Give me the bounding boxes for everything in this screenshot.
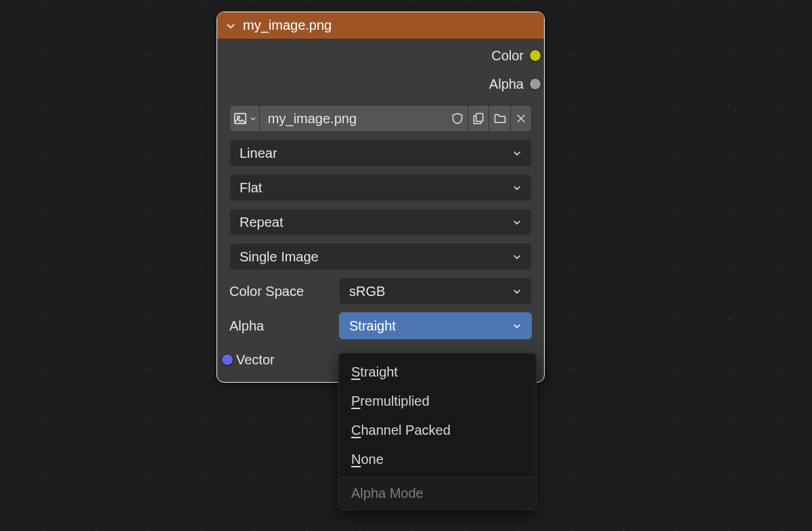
new-image-button[interactable] bbox=[468, 105, 489, 132]
dropdown-footer: Alpha Mode bbox=[339, 477, 536, 509]
close-icon bbox=[515, 112, 527, 125]
color-space-select[interactable]: sRGB bbox=[339, 278, 532, 305]
projection-select[interactable]: Flat bbox=[229, 174, 532, 201]
chevron-down-icon bbox=[512, 183, 522, 192]
svg-rect-2 bbox=[476, 114, 483, 122]
socket-vector[interactable] bbox=[221, 354, 233, 366]
projection-value: Flat bbox=[240, 180, 262, 196]
chevron-down-icon bbox=[512, 217, 522, 227]
output-alpha[interactable]: Alpha bbox=[228, 74, 533, 94]
chevron-down-icon bbox=[512, 252, 522, 261]
fake-user-button[interactable] bbox=[447, 105, 468, 132]
image-datablock-row bbox=[229, 105, 532, 132]
open-image-button[interactable] bbox=[489, 105, 510, 132]
output-color-label: Color bbox=[491, 48, 524, 64]
source-select[interactable]: Single Image bbox=[229, 243, 532, 270]
color-space-value: sRGB bbox=[349, 284, 385, 299]
collapse-icon bbox=[225, 20, 236, 31]
image-name-field[interactable] bbox=[260, 105, 447, 132]
chevron-down-icon bbox=[512, 321, 522, 331]
source-value: Single Image bbox=[240, 249, 319, 265]
color-space-label: Color Space bbox=[229, 284, 331, 299]
extension-value: Repeat bbox=[240, 215, 284, 230]
socket-alpha[interactable] bbox=[529, 78, 541, 90]
svg-point-1 bbox=[237, 116, 240, 119]
chevron-down-icon bbox=[512, 148, 522, 158]
node-body: Linear Flat Repeat Single Image Color Sp… bbox=[217, 98, 544, 382]
dropdown-option-none[interactable]: None bbox=[339, 445, 536, 474]
output-color[interactable]: Color bbox=[228, 45, 533, 66]
copy-icon bbox=[472, 111, 485, 126]
alpha-mode-value: Straight bbox=[349, 318, 396, 334]
interpolation-value: Linear bbox=[240, 146, 277, 161]
chevron-down-icon bbox=[250, 115, 256, 122]
node-outputs: Color Alpha bbox=[217, 39, 544, 98]
dropdown-option-straight[interactable]: Straight bbox=[339, 358, 536, 387]
dropdown-option-channel-packed[interactable]: Channel Packed bbox=[339, 416, 536, 445]
image-texture-node[interactable]: my_image.png Color Alpha bbox=[217, 12, 545, 383]
output-alpha-label: Alpha bbox=[489, 77, 524, 92]
alpha-mode-dropdown[interactable]: Straight Premultiplied Channel Packed No… bbox=[338, 353, 537, 510]
input-vector-label: Vector bbox=[236, 352, 275, 368]
image-browse-button[interactable] bbox=[229, 105, 260, 132]
shield-icon bbox=[451, 111, 464, 126]
folder-icon bbox=[493, 112, 507, 125]
alpha-mode-select[interactable]: Straight bbox=[339, 312, 532, 339]
node-title: my_image.png bbox=[243, 18, 332, 33]
image-icon bbox=[233, 111, 248, 126]
unlink-image-button[interactable] bbox=[511, 105, 532, 132]
interpolation-select[interactable]: Linear bbox=[229, 140, 532, 167]
color-space-row: Color Space sRGB bbox=[229, 278, 532, 305]
dropdown-option-premultiplied[interactable]: Premultiplied bbox=[339, 387, 536, 416]
alpha-mode-label: Alpha bbox=[229, 318, 331, 334]
chevron-down-icon bbox=[512, 286, 522, 296]
socket-color[interactable] bbox=[529, 49, 541, 62]
node-header[interactable]: my_image.png bbox=[217, 12, 544, 39]
alpha-mode-row: Alpha Straight bbox=[229, 312, 532, 339]
extension-select[interactable]: Repeat bbox=[229, 209, 532, 236]
